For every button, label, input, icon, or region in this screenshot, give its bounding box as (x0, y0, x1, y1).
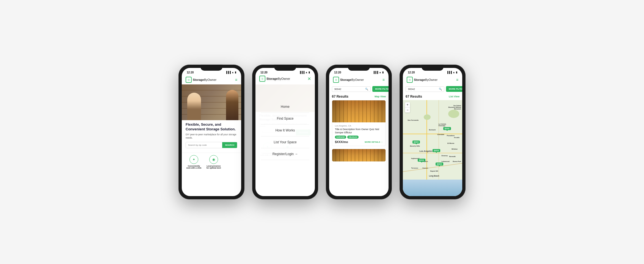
map-label-beverlyhills: Beverly Hills (410, 145, 420, 147)
phone3-filter-button[interactable]: MORE FILTERS (372, 86, 389, 92)
phone2-frame: 12:20 ▐▐▐ ▲ ▮ ⊡ StorageByOwner (252, 65, 318, 199)
phone4-results-count: 67 Results (406, 95, 422, 98)
phone1-feature1: ✦ Conveniently seek with a click (186, 155, 202, 169)
phone1-hero-content: Flexible, Secure, and Convenient Storage… (182, 120, 241, 153)
phone1-logo-icon: ⊡ (186, 77, 192, 83)
phone3-view-toggle[interactable]: Map View (375, 95, 386, 98)
phone1-time: 12:20 (187, 71, 194, 74)
phone3-zip-box[interactable]: 🔍 (332, 86, 371, 92)
phone1-feature2: ◉ Local presence for optimal best (205, 155, 222, 169)
phone1-screen: 12:20 ▐▐▐ ▲ ▮ ⊡ StorageByOwner (182, 68, 241, 196)
wifi-icon: ▲ (232, 71, 234, 74)
phone4-map[interactable]: San Fernando Burbank La CañadaFlintridge… (403, 100, 462, 196)
phone1-hero-title: Flexible, Secure, and Convenient Storage… (186, 122, 237, 132)
menu-item-register[interactable]: Register/Login → (261, 148, 309, 160)
click-icon: ✦ (189, 155, 198, 164)
map-label-sanfernando: San Fernando (408, 119, 419, 121)
phone4-wrapper: 12:20 ▐▐▐ ▲ ▮ ⊡ StorageByOwner (400, 65, 466, 199)
phone1-search-bar[interactable]: SEARCH (186, 142, 237, 148)
phone1-logo-text: StorageByOwner (193, 78, 216, 81)
map-pin1[interactable]: $XXX (443, 127, 451, 130)
map-road-h1 (403, 134, 462, 134)
phone3-listing1-price-row: $XXX/mo MORE DETAILS → (335, 140, 383, 144)
phone4-screen: 12:20 ▐▐▐ ▲ ▮ ⊡ StorageByOwner (403, 68, 462, 196)
map-label-gabrielmtns: San Gabriel Mountains National Monument (447, 105, 461, 110)
phone3-zip-input[interactable] (334, 88, 365, 90)
phone1-search-button[interactable]: SEARCH (222, 142, 237, 148)
logo-light: ByOwner (204, 78, 216, 81)
menu-item-list[interactable]: List Your Space (261, 136, 309, 148)
phone1-menu-icon[interactable]: ≡ (235, 78, 237, 82)
phone2-screen: 12:20 ▐▐▐ ▲ ▮ ⊡ StorageByOwner (255, 68, 315, 196)
phone3-search-icon: 🔍 (365, 88, 368, 90)
phone1-frame: 12:20 ▐▐▐ ▲ ▮ ⊡ StorageByOwner (178, 65, 244, 199)
phone4-notch (422, 65, 444, 71)
phone3-listing1-title: Title & Description from Owner Quiz Nisl… (335, 128, 383, 134)
phone4-logo: ⊡ StorageByOwner (407, 77, 437, 83)
map-label-losangeles: Los Angeles (419, 150, 432, 152)
phone1-logo: ⊡ StorageByOwner (186, 77, 216, 83)
phone1-wrapper: 12:20 ▐▐▐ ▲ ▮ ⊡ StorageByOwner (178, 65, 244, 199)
phone3-menu-icon[interactable]: ≡ (382, 78, 385, 82)
map-pin5[interactable]: $XXX (436, 163, 443, 166)
map-pin3[interactable]: $XXX (433, 149, 440, 152)
phone4-menu-icon[interactable]: ≡ (456, 78, 458, 82)
phone2-wrapper: 12:20 ▐▐▐ ▲ ▮ ⊡ StorageByOwner (252, 65, 318, 199)
phone3-listing1-tags: GARAGE 18x12x14 (335, 136, 383, 139)
map-label-whittier: Whittier (452, 148, 458, 150)
location-icon: ◉ (209, 155, 218, 164)
phone2-menu-overlay: 12:20 ▐▐▐ ▲ ▮ ⊡ StorageByOwner (255, 68, 315, 196)
battery-icon: ▮ (235, 71, 236, 74)
phone3-tag1: GARAGE (335, 136, 346, 139)
map-label-signalhill: Signal Hill (430, 170, 438, 172)
map-label-lacañada: La CañadaFlintridge (439, 123, 446, 127)
map-pin4[interactable]: $XXX (418, 159, 425, 162)
map-road-h2 (403, 153, 462, 153)
map-label-carson: Carson (422, 167, 428, 169)
phone2-logo-icon-menu: ⊡ (259, 76, 265, 82)
wifi-icon4: ▲ (379, 71, 381, 74)
hero-person1 (187, 93, 201, 120)
map-green1 (448, 110, 459, 118)
map-pin2[interactable]: $XXX (412, 141, 420, 144)
phone3-tag2: 18x12x14 (347, 136, 359, 139)
map-zoom-controls: + − (405, 102, 410, 112)
battery-icon5: ▮ (456, 71, 457, 74)
phone1-app-header: ⊡ StorageByOwner ≡ (182, 76, 241, 84)
signal-icon5: ▐▐▐ (447, 71, 452, 74)
map-label-torrance: Torrance (411, 167, 418, 169)
map-label-longbeach: Long Beach (429, 175, 439, 177)
phone1-notch (200, 65, 222, 71)
phone4-icons: ▐▐▐ ▲ ▮ (447, 71, 457, 74)
battery-icon4: ▮ (382, 71, 384, 74)
wifi-icon5: ▲ (453, 71, 455, 74)
menu-register-label: Register/Login → (261, 152, 309, 156)
phone4-filter-button[interactable]: MORE FILTERS (446, 86, 462, 92)
phone2-logo-text-menu: StorageByOwner (266, 77, 290, 80)
phone4-app-header: ⊡ StorageByOwner ≡ (403, 76, 462, 84)
phone3-wrapper: 12:20 ▐▐▐ ▲ ▮ ⊡ StorageByOwner (326, 65, 392, 199)
signal-icon4: ▐▐▐ (373, 71, 378, 74)
wifi-icon3: ▲ (305, 71, 308, 74)
phone3-app-header: ⊡ StorageByOwner ≡ (329, 76, 389, 84)
phone2-close-icon[interactable]: ✕ (307, 76, 311, 81)
phone1-search-input[interactable] (186, 142, 222, 148)
phones-container: 12:20 ▐▐▐ ▲ ▮ ⊡ StorageByOwner (178, 65, 466, 199)
map-label-buenapark: Buena Park (453, 161, 461, 162)
phone3-more-details[interactable]: MORE DETAILS → (365, 141, 383, 143)
map-label-pasadena: Pasadena (447, 135, 455, 136)
map-zoom-out[interactable]: − (405, 108, 410, 112)
phone3-logo-text: StorageByOwner (340, 78, 364, 81)
phone1-status-icons: ▐▐▐ ▲ ▮ (225, 71, 236, 74)
map-zoom-in[interactable]: + (405, 102, 410, 107)
map-green2 (424, 114, 431, 120)
map-label-downey: Downey (441, 155, 448, 156)
phone4-zip-box[interactable]: 🔍 (406, 86, 444, 92)
map-water (403, 180, 462, 196)
menu-item-home[interactable]: Home (261, 101, 309, 113)
phone4-zip-input[interactable] (408, 88, 439, 90)
menu-item-find[interactable]: Find Space (261, 113, 309, 125)
phone4-view-toggle[interactable]: List View (449, 95, 459, 98)
phone3-listing2 (332, 149, 386, 162)
menu-item-how[interactable]: How It Works (261, 125, 309, 136)
